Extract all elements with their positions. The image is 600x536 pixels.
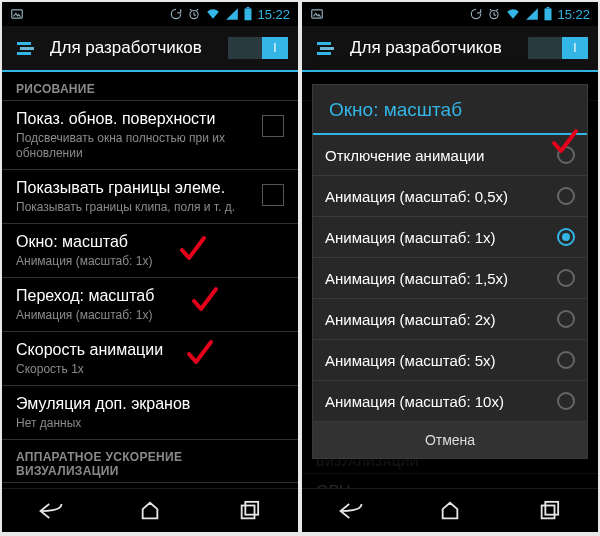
image-icon <box>310 7 324 21</box>
phone-left: 15:22 Для разработчиков РИСОВАНИЕ Показ.… <box>2 2 298 532</box>
svg-rect-16 <box>541 505 554 518</box>
phone-right: 15:22 Для разработчиков РИСОВАНИЕ АППАРА… <box>302 2 598 532</box>
option-animation-5x[interactable]: Анимация (масштаб: 5x) <box>313 340 587 381</box>
option-label: Анимация (масштаб: 1x) <box>325 229 557 246</box>
checkbox[interactable] <box>262 184 284 206</box>
row-show-layout-bounds[interactable]: Показывать границы элеме. Показывать гра… <box>2 170 298 224</box>
action-bar: Для разработчиков <box>2 26 298 72</box>
sync-icon <box>469 7 483 21</box>
row-show-surface-updates[interactable]: Показ. обнов. поверхности Подсвечивать о… <box>2 101 298 170</box>
radio[interactable] <box>557 351 575 369</box>
row-subtitle: Анимация (масштаб: 1x) <box>16 308 274 323</box>
row-animator-duration[interactable]: Скорость анимации Скорость 1x <box>2 332 298 386</box>
row-transition-scale[interactable]: Переход: масштаб Анимация (масштаб: 1x) <box>2 278 298 332</box>
svg-rect-6 <box>17 52 31 55</box>
radio[interactable] <box>557 187 575 205</box>
option-label: Отключение анимации <box>325 147 557 164</box>
settings-list[interactable]: РИСОВАНИЕ Показ. обнов. поверхности Подс… <box>2 72 298 488</box>
wifi-icon <box>205 7 221 21</box>
svg-rect-15 <box>317 52 331 55</box>
option-label: Анимация (масштаб: 5x) <box>325 352 557 369</box>
row-title: Переход: масштаб <box>16 286 274 306</box>
back-button[interactable] <box>23 500 79 522</box>
row-subtitle: Подсвечивать окна полностью при их обнов… <box>16 131 252 161</box>
option-label: Анимация (масштаб: 0,5x) <box>325 188 557 205</box>
svg-rect-5 <box>20 47 34 50</box>
settings-icon[interactable] <box>312 34 340 62</box>
option-label: Анимация (масштаб: 10x) <box>325 393 557 410</box>
row-title: Скорость анимации <box>16 340 274 360</box>
svg-rect-11 <box>545 8 552 20</box>
navigation-bar <box>2 488 298 532</box>
section-hw-accel: АППАРАТНОЕ УСКОРЕНИЕ ВИЗУАЛИЗАЦИИ <box>2 440 298 483</box>
svg-rect-4 <box>17 42 31 45</box>
home-button[interactable] <box>122 500 178 522</box>
dialog-cancel-button[interactable]: Отмена <box>313 422 587 458</box>
radio[interactable] <box>557 392 575 410</box>
row-title: Окно: масштаб <box>16 232 274 252</box>
image-icon <box>10 7 24 21</box>
alarm-icon <box>187 7 201 21</box>
settings-icon[interactable] <box>12 34 40 62</box>
dev-options-toggle[interactable] <box>528 37 588 59</box>
row-subtitle: Анимация (масштаб: 1x) <box>16 254 274 269</box>
option-label: Анимация (масштаб: 2x) <box>325 311 557 328</box>
option-animation-off[interactable]: Отключение анимации <box>313 135 587 176</box>
row-subtitle: Нет данных <box>16 416 274 431</box>
option-label: Анимация (масштаб: 1,5x) <box>325 270 557 287</box>
status-bar: 15:22 <box>2 2 298 26</box>
radio[interactable] <box>557 269 575 287</box>
svg-rect-3 <box>247 7 250 8</box>
svg-rect-8 <box>245 501 258 514</box>
checkbox[interactable] <box>262 115 284 137</box>
option-animation-2x[interactable]: Анимация (масштаб: 2x) <box>313 299 587 340</box>
row-window-scale[interactable]: Окно: масштаб Анимация (масштаб: 1x) <box>2 224 298 278</box>
svg-rect-14 <box>320 47 334 50</box>
recents-button[interactable] <box>521 500 577 522</box>
svg-rect-12 <box>547 7 550 8</box>
option-animation-05x[interactable]: Анимация (масштаб: 0,5x) <box>313 176 587 217</box>
row-subtitle: Скорость 1x <box>16 362 274 377</box>
radio[interactable] <box>557 146 575 164</box>
status-bar: 15:22 <box>302 2 598 26</box>
option-animation-1x[interactable]: Анимация (масштаб: 1x) <box>313 217 587 258</box>
dialog-title: Окно: масштаб <box>313 85 587 135</box>
home-button[interactable] <box>422 500 478 522</box>
wifi-icon <box>505 7 521 21</box>
radio[interactable] <box>557 228 575 246</box>
radio[interactable] <box>557 310 575 328</box>
signal-icon <box>225 7 239 21</box>
alarm-icon <box>487 7 501 21</box>
page-title: Для разработчиков <box>50 38 228 58</box>
signal-icon <box>525 7 539 21</box>
navigation-bar <box>302 488 598 532</box>
svg-rect-13 <box>317 42 331 45</box>
row-title: Показ. обнов. поверхности <box>16 109 252 129</box>
dev-options-toggle[interactable] <box>228 37 288 59</box>
recents-button[interactable] <box>221 500 277 522</box>
section-drawing: РИСОВАНИЕ <box>2 72 298 101</box>
battery-icon <box>543 7 553 21</box>
svg-rect-7 <box>241 505 254 518</box>
row-title: Эмуляция доп. экранов <box>16 394 274 414</box>
status-time: 15:22 <box>557 7 590 22</box>
status-time: 15:22 <box>257 7 290 22</box>
svg-rect-2 <box>245 8 252 20</box>
back-button[interactable] <box>323 500 379 522</box>
row-simulate-displays[interactable]: Эмуляция доп. экранов Нет данных <box>2 386 298 440</box>
svg-rect-17 <box>545 501 558 514</box>
option-animation-15x[interactable]: Анимация (масштаб: 1,5x) <box>313 258 587 299</box>
battery-icon <box>243 7 253 21</box>
row-title: Показывать границы элеме. <box>16 178 252 198</box>
page-title: Для разработчиков <box>350 38 528 58</box>
window-scale-dialog: Окно: масштаб Отключение анимации Анимац… <box>312 84 588 459</box>
option-animation-10x[interactable]: Анимация (масштаб: 10x) <box>313 381 587 422</box>
action-bar: Для разработчиков <box>302 26 598 72</box>
row-subtitle: Показывать границы клипа, поля и т. д. <box>16 200 252 215</box>
sync-icon <box>169 7 183 21</box>
